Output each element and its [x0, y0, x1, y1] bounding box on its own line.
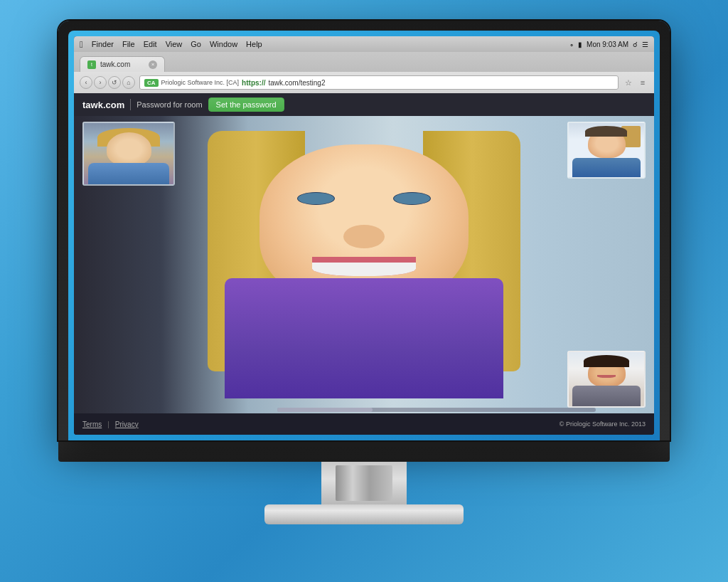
list-icon[interactable]: ☰: [642, 41, 648, 48]
mac-menubar:  Finder File Edit View Go Window Help ∘…: [74, 36, 654, 52]
browser-chrome: t tawk.com × ‹ › ↺ ⌂: [74, 52, 654, 93]
terms-link[interactable]: Terms: [82, 420, 102, 428]
screen:  Finder File Edit View Go Window Help ∘…: [74, 36, 654, 435]
video-footer: Terms | Privacy © Priologic Software Inc…: [74, 413, 654, 435]
right-eye: [393, 192, 431, 205]
video-progress-fill: [277, 408, 373, 412]
thumbnail-top-left[interactable]: [82, 122, 175, 186]
wifi-icon: ∘: [569, 41, 574, 48]
top-bar-divider: [130, 99, 131, 110]
finder-menu[interactable]: Finder: [92, 40, 114, 48]
teeth: [312, 263, 417, 276]
tab-favicon: t: [87, 60, 96, 69]
tab-bar: t tawk.com ×: [74, 52, 654, 72]
nav-buttons: ‹ › ↺ ⌂: [80, 76, 135, 89]
monitor-frame:  Finder File Edit View Go Window Help ∘…: [58, 21, 670, 440]
video-top-bar: tawk.com Password for room Set the passw…: [74, 93, 654, 116]
browser-right-icons: ☆ ≡: [623, 77, 648, 88]
monitor-stand-base: [264, 504, 464, 524]
window-menu[interactable]: Window: [210, 40, 237, 48]
left-eye: [297, 192, 335, 205]
address-bar: ‹ › ↺ ⌂ CA Priologic Software Inc. [CA] …: [74, 72, 654, 93]
bookmark-icon[interactable]: ☆: [623, 77, 634, 88]
password-label: Password for room: [136, 100, 202, 109]
monitor-chin: [58, 440, 670, 462]
thumb-tl-body: [88, 163, 168, 184]
ssl-badge: CA: [144, 79, 159, 87]
thumb-br-mouth: [597, 375, 615, 378]
url-path: tawk.com/testing2: [268, 79, 325, 87]
body: [225, 278, 503, 398]
edit-menu[interactable]: Edit: [144, 40, 157, 48]
menubar-right: ∘ ▮ Mon 9:03 AM ☌ ☰: [569, 41, 648, 48]
monitor-stand-neck: [321, 462, 407, 504]
privacy-link[interactable]: Privacy: [115, 420, 139, 428]
footer-left: Terms | Privacy: [82, 420, 139, 428]
monitor-wrapper:  Finder File Edit View Go Window Help ∘…: [58, 21, 670, 561]
site-name: tawk.com: [82, 100, 124, 110]
thumbnail-top-right[interactable]: [567, 122, 646, 179]
thumb-tl-face: [107, 132, 151, 166]
footer-copyright: © Priologic Software Inc. 2013: [560, 420, 646, 428]
home-button[interactable]: ⌂: [122, 76, 135, 89]
menu-items: Finder File Edit View Go Window Help: [92, 40, 262, 48]
battery-icon: ▮: [578, 41, 582, 48]
thumbnail-bottom-right[interactable]: ◀: [567, 351, 646, 408]
clock-display: Mon 9:03 AM: [587, 41, 628, 48]
tab-close-button[interactable]: ×: [149, 60, 157, 69]
search-icon[interactable]: ☌: [633, 41, 638, 48]
nose: [343, 225, 385, 249]
url-org: Priologic Software Inc. [CA]: [161, 79, 240, 86]
footer-separator: |: [107, 420, 109, 428]
forward-button[interactable]: ›: [94, 76, 107, 89]
apple-icon[interactable]: : [80, 39, 83, 50]
main-person-video: [190, 131, 538, 398]
go-menu[interactable]: Go: [191, 40, 201, 48]
file-menu[interactable]: File: [122, 40, 135, 48]
thumb-tr-hair: [585, 126, 626, 137]
thumb-br-hair: [584, 355, 629, 367]
mouth: [312, 257, 417, 276]
video-progress-bar[interactable]: [277, 408, 596, 412]
url-field[interactable]: CA Priologic Software Inc. [CA] https://…: [139, 75, 619, 90]
back-button[interactable]: ‹: [80, 76, 92, 89]
tab-title: tawk.com: [100, 60, 130, 68]
refresh-button[interactable]: ↺: [108, 76, 121, 89]
url-https: https://: [242, 79, 265, 87]
video-content: tawk.com Password for room Set the passw…: [74, 93, 654, 435]
browser-menu-icon[interactable]: ≡: [637, 77, 648, 88]
set-password-button[interactable]: Set the password: [208, 97, 284, 112]
help-menu[interactable]: Help: [246, 40, 262, 48]
thumb-tr-body: [572, 158, 640, 177]
view-menu[interactable]: View: [166, 40, 183, 48]
thumb-br-body: [572, 386, 640, 406]
browser-tab[interactable]: t tawk.com ×: [80, 56, 165, 72]
monitor-bezel:  Finder File Edit View Go Window Help ∘…: [68, 31, 660, 440]
